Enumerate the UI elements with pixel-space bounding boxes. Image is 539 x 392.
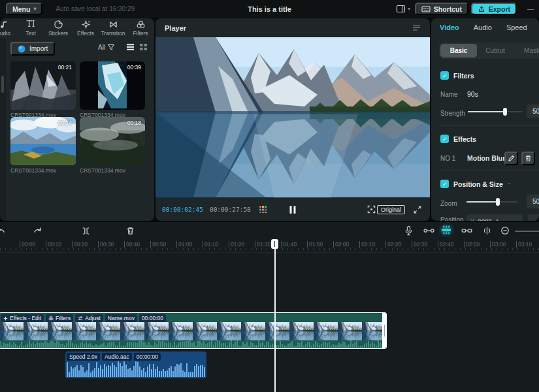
media-item-filename: CRST001334.mov [10,112,78,118]
clip-thumbnail [72,322,96,340]
clip-trim-handle[interactable] [382,313,386,348]
tab-filters[interactable]: Filters [127,20,154,37]
playhead-handle[interactable] [271,239,278,249]
adjust-sliders-icon [78,316,83,321]
zoom-slider[interactable] [466,198,517,206]
overflow-dash-icon[interactable]: — [527,5,534,12]
zoom-value-input[interactable]: 50 [527,195,539,208]
effect-index-label: NO 1 [440,155,455,162]
ruler-timestamp: 00:40 [124,241,140,248]
microphone-icon[interactable] [404,225,414,236]
audio-time-badge: 00:00:00 [134,353,161,361]
export-button[interactable]: Export [471,3,517,15]
media-item-thumbnail[interactable]: 00:39 [80,61,145,110]
tab-text[interactable]: TI Text [17,20,44,37]
frame-focus-icon[interactable] [367,204,376,214]
filters-checkbox[interactable]: ✓ [440,71,449,80]
media-item-filename: CRST001334.mov [80,167,148,174]
strength-value-input[interactable]: 50 [527,105,539,118]
tab-video[interactable]: Video [440,24,459,31]
timeline-ruler[interactable]: 00:0000:1000:2000:3000:4000:5001:0001:10… [0,240,539,252]
clip-thumbnail [144,322,169,340]
redo-icon[interactable] [33,226,43,237]
ruler-timestamp: 02:50 [464,241,480,248]
player-title: Player [165,24,186,32]
zoom-out-icon[interactable] [500,226,510,235]
duration-badge: 00:14 [58,120,72,126]
undo-icon[interactable] [0,226,6,237]
link-clips-icon[interactable] [461,227,472,235]
clip-thumbnail [96,322,120,340]
tab-audio[interactable]: Audio [0,20,17,37]
clip-thumbnail [289,322,314,340]
delete-effect-button[interactable] [521,152,535,165]
mirror-split-icon[interactable] [482,226,492,235]
media-item-filename: CRST001334.mov [80,112,148,118]
video-track-clip[interactable]: Effects - Edit Filters Adjust Name.mov [0,312,387,349]
tab-transition[interactable]: Transition [99,20,127,37]
audio-track-clip[interactable]: Speed 2.0x Audio.aac 00:00:00 [65,351,206,378]
media-item-thumbnail[interactable]: 00:14 [10,117,76,165]
strength-slider[interactable] [468,108,523,116]
adjust-badge[interactable]: Adjust [75,314,103,322]
fullscreen-icon[interactable] [413,205,422,214]
tab-label: Effects [77,30,94,37]
filters-badge[interactable]: Filters [46,314,73,322]
ruler-timestamp: 00:20 [72,241,88,248]
slider-thumb[interactable] [503,108,507,116]
color-levels-icon[interactable] [259,205,267,214]
import-sphere-icon [18,45,25,53]
filter-all-dropdown[interactable]: All [98,43,115,51]
ruler-timestamp: 01:50 [307,241,323,248]
media-category-rail[interactable] [0,38,6,221]
list-view-button[interactable] [126,43,135,51]
import-label: Import [29,45,48,52]
duration-badge: 00:21 [58,64,72,71]
delete-clip-icon[interactable] [125,226,135,236]
media-item-thumbnail[interactable]: 00:21 [10,61,76,110]
position-size-checkbox[interactable]: ✓ [440,180,449,188]
shortcut-button[interactable]: Shortcut [415,3,468,15]
tab-stickers[interactable]: Stickers [44,20,72,37]
media-item-thumbnail[interactable]: 00:18 [80,117,145,165]
clip-thumbnail [169,322,193,340]
split-clip-icon[interactable] [81,226,91,236]
subtab-cutout[interactable]: Cutout [477,44,514,57]
timeline-panel: 00:0000:1000:2000:3000:4000:5001:0001:10… [0,222,539,392]
slider-thumb[interactable] [496,198,500,206]
tab-effects[interactable]: Effects [72,20,99,37]
position-x-value: 0000 [478,218,491,221]
pause-button[interactable] [290,206,296,214]
subtab-mask[interactable]: Mask [514,44,539,57]
import-button[interactable]: Import [10,42,55,56]
position-x-stepper[interactable]: X 0000 ▴ ▾ [466,214,523,221]
export-upload-icon [478,5,485,13]
audio-badge-row: Speed 2.0x Audio.aac 00:00:00 [67,353,161,361]
effects-checkbox[interactable]: ✓ [440,135,449,143]
sticker-icon [54,20,63,29]
playhead-line[interactable] [274,240,276,392]
player-menu-icon[interactable] [412,25,421,31]
filter-name-value[interactable]: 90s [467,90,478,98]
fit-mode-dropdown[interactable]: Original [377,205,405,214]
tab-audio[interactable]: Audio [474,24,492,31]
magnetic-snap-icon[interactable] [423,227,434,235]
position-y-stepper[interactable] [528,214,539,221]
grid-view-button[interactable] [139,43,148,51]
timeline-zoom-slider[interactable] [515,231,539,232]
layout-switch-button[interactable]: ▾ [396,5,410,13]
collapse-icon[interactable]: − [508,180,512,188]
clip-filmstrip [0,322,386,340]
keyboard-icon [421,6,431,12]
player-panel: Player 00:00:02:45 00:00:27:58 [155,18,430,221]
filter-name-label: Name [440,91,458,98]
main-track-magnet-icon[interactable] [440,225,452,235]
stepper-arrows[interactable]: ▴ ▾ [496,218,498,221]
video-preview[interactable] [155,37,430,198]
speed-badge[interactable]: Speed 2.0x [67,353,100,361]
effects-edit-badge[interactable]: Effects - Edit [1,314,44,322]
tab-speed[interactable]: Speed [506,24,527,31]
edit-effect-button[interactable] [504,152,518,165]
clip-time-badge: 00:00:00 [139,314,166,322]
subtab-basic[interactable]: Basic [440,44,477,57]
